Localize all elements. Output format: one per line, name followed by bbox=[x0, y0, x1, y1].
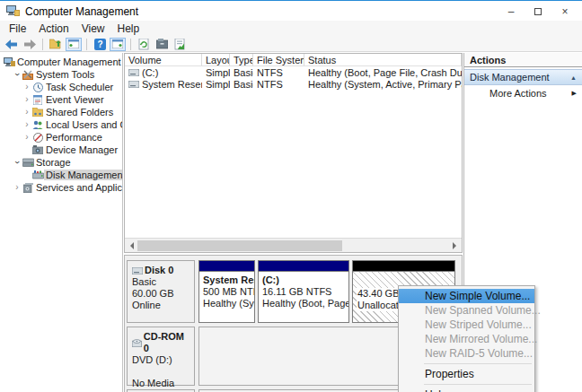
chevron-collapsed-icon[interactable]: › bbox=[13, 183, 22, 192]
up-one-level-icon[interactable] bbox=[48, 38, 64, 51]
partition-status: Healthy (Boot, Page File bbox=[262, 298, 346, 309]
volume-status: Healthy (Boot, Page File, Crash Dump, Pr… bbox=[304, 67, 462, 78]
menu-item-properties[interactable]: Properties bbox=[399, 367, 534, 381]
sidebar-item-services-and-applications[interactable]: › Services and Applications bbox=[0, 181, 122, 194]
sidebar-item-shared-folders[interactable]: › Shared Folders bbox=[0, 106, 122, 118]
menu-view[interactable]: View bbox=[75, 21, 111, 37]
scrollbar-thumb[interactable] bbox=[137, 240, 342, 251]
menu-separator bbox=[424, 363, 532, 364]
maximize-icon bbox=[534, 8, 542, 15]
chevron-expanded-icon[interactable]: › bbox=[13, 158, 22, 167]
menu-item-new-spanned-volume: New Spanned Volume... bbox=[399, 303, 534, 318]
tree-item-label: Computer Management (Local bbox=[15, 57, 122, 67]
sidebar-item-system-tools[interactable]: › System Tools bbox=[0, 68, 122, 81]
volume-icon bbox=[128, 69, 139, 76]
maximize-button[interactable] bbox=[525, 2, 551, 21]
partition-name: System Reser bbox=[203, 274, 251, 286]
sidebar-item-local-users-and-groups[interactable]: › Local Users and Groups bbox=[0, 118, 122, 131]
tree-item-label: Performance bbox=[44, 132, 104, 143]
sidebar-item-computer-management[interactable]: Computer Management (Local bbox=[0, 56, 122, 68]
tree-item-label: System Tools bbox=[34, 69, 96, 80]
volume-layout: Simple bbox=[202, 79, 230, 90]
console-tree: Computer Management (Local › System Tool… bbox=[0, 53, 123, 392]
menu-item-help[interactable]: Help bbox=[399, 388, 534, 392]
users-icon bbox=[31, 120, 44, 130]
volume-list-pane: Volume Layout Type File System Status (C… bbox=[124, 53, 463, 253]
tree-item-label: Task Scheduler bbox=[44, 82, 115, 92]
column-header-volume[interactable]: Volume bbox=[125, 54, 202, 65]
help-icon[interactable]: ? bbox=[92, 38, 108, 51]
disk-kind: Basic bbox=[132, 276, 191, 288]
close-button[interactable]: × bbox=[551, 2, 578, 21]
partition-color-bar bbox=[259, 261, 348, 272]
menu-bar: File Action View Help bbox=[0, 21, 582, 37]
refresh-icon[interactable] bbox=[136, 38, 152, 51]
chevron-collapsed-icon[interactable]: › bbox=[22, 83, 31, 91]
disk-icon bbox=[132, 267, 143, 274]
sidebar-item-task-scheduler[interactable]: › Task Scheduler bbox=[0, 81, 122, 93]
sidebar-item-event-viewer[interactable]: › Event Viewer bbox=[0, 93, 122, 106]
computer-management-app-icon bbox=[6, 5, 20, 17]
more-actions-item[interactable]: More Actions ▶ bbox=[464, 85, 582, 101]
volume-type: Basic bbox=[230, 67, 253, 78]
partition-status: Healthy (Syste bbox=[203, 298, 251, 309]
chevron-collapsed-icon[interactable]: › bbox=[22, 133, 31, 142]
column-header-file-system[interactable]: File System bbox=[253, 54, 304, 65]
window-title: Computer Management bbox=[25, 5, 138, 18]
column-header-layout[interactable]: Layout bbox=[202, 54, 230, 65]
back-icon[interactable] bbox=[4, 38, 20, 51]
storage-icon bbox=[22, 158, 34, 167]
disk-0-label-cell[interactable]: Disk 0 Basic 60.00 GB Online bbox=[127, 260, 195, 323]
shared-folders-icon bbox=[31, 108, 44, 117]
minimize-button[interactable]: – bbox=[498, 2, 525, 21]
chevron-collapsed-icon[interactable]: › bbox=[22, 120, 31, 129]
system-tools-icon bbox=[22, 70, 34, 80]
more-actions-label: More Actions bbox=[489, 88, 572, 99]
forward-icon[interactable] bbox=[22, 38, 38, 51]
volume-name: (C:) bbox=[142, 67, 158, 78]
horizontal-scrollbar[interactable] bbox=[125, 238, 462, 252]
partition-c[interactable]: (C:) 16.11 GB NTFS Healthy (Boot, Page F… bbox=[258, 260, 349, 323]
actions-panel-title: Actions bbox=[464, 53, 582, 67]
title-bar: Computer Management – × bbox=[0, 2, 582, 21]
menu-action[interactable]: Action bbox=[32, 21, 75, 37]
chevron-expanded-icon[interactable]: › bbox=[13, 70, 22, 79]
chevron-collapsed-icon[interactable]: › bbox=[22, 95, 31, 104]
partition-system-reserved[interactable]: System Reser 500 MB NTFS Healthy (Syste bbox=[198, 260, 255, 323]
partition-size: 43.40 GB bbox=[357, 288, 400, 300]
volume-row-c[interactable]: (C:) Simple Basic NTFS Healthy (Boot, Pa… bbox=[125, 66, 462, 78]
sidebar-item-performance[interactable]: › Performance bbox=[0, 131, 122, 144]
volume-name: System Reserved bbox=[142, 79, 202, 90]
volume-icon bbox=[128, 81, 139, 88]
sidebar-item-storage[interactable]: › Storage bbox=[0, 156, 122, 169]
toolbar-separator bbox=[130, 39, 131, 50]
menu-item-new-striped-volume: New Striped Volume... bbox=[399, 318, 534, 332]
export-list-icon[interactable] bbox=[172, 38, 188, 51]
device-manager-icon bbox=[31, 145, 44, 154]
actions-group-disk-management[interactable]: Disk Management ▲ bbox=[464, 69, 582, 85]
services-icon bbox=[22, 183, 34, 193]
column-header-status[interactable]: Status bbox=[304, 54, 462, 65]
tree-item-label: Shared Folders bbox=[44, 107, 115, 118]
event-viewer-icon bbox=[31, 95, 44, 105]
show-hide-console-tree-icon[interactable] bbox=[66, 38, 82, 51]
column-header-type[interactable]: Type bbox=[230, 54, 253, 65]
menu-item-new-raid5-volume: New RAID-5 Volume... bbox=[399, 346, 534, 361]
volume-file-system: NTFS bbox=[253, 67, 304, 78]
cdrom-0-label-cell[interactable]: CD-ROM 0 DVD (D:) No Media bbox=[127, 327, 195, 386]
partition-size: 16.11 GB NTFS bbox=[262, 286, 346, 298]
context-menu: New Simple Volume... New Spanned Volume.… bbox=[398, 285, 535, 392]
collapse-icon[interactable]: ▲ bbox=[570, 74, 577, 81]
menu-file[interactable]: File bbox=[3, 21, 32, 37]
menu-help[interactable]: Help bbox=[111, 21, 146, 37]
partition-name: (C:) bbox=[262, 274, 346, 286]
scroll-right-icon[interactable] bbox=[447, 239, 462, 252]
sidebar-item-disk-management[interactable]: Disk Management bbox=[0, 169, 122, 181]
chevron-collapsed-icon[interactable]: › bbox=[22, 108, 31, 117]
toolbar-separator bbox=[42, 39, 43, 50]
show-hide-action-pane-icon[interactable] bbox=[110, 38, 126, 51]
properties-icon[interactable] bbox=[154, 38, 170, 51]
menu-item-new-simple-volume[interactable]: New Simple Volume... bbox=[399, 289, 534, 303]
volume-row-system-reserved[interactable]: System Reserved Simple Basic NTFS Health… bbox=[125, 78, 462, 90]
sidebar-item-device-manager[interactable]: Device Manager bbox=[0, 144, 122, 156]
